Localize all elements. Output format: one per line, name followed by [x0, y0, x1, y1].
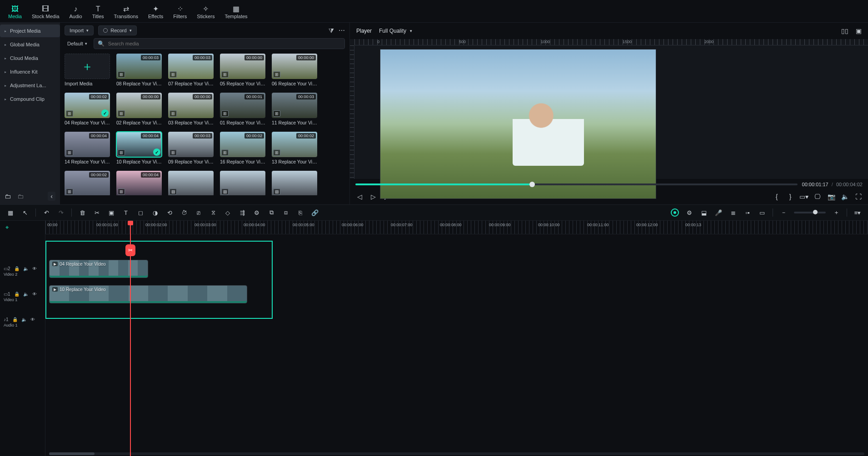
aspect-dropdown-icon[interactable]: ▭▾ [800, 193, 808, 201]
dual-view-icon[interactable]: ▯▯ [841, 27, 848, 35]
redo-icon[interactable]: ↷ [57, 208, 65, 217]
lock-icon[interactable]: 🔒 [14, 266, 20, 271]
overlap-icon[interactable]: ⧈ [282, 208, 290, 217]
volume-icon[interactable]: 🔈 [841, 193, 849, 201]
cut-icon[interactable]: ✂ [93, 208, 101, 217]
mixer-icon[interactable]: ≣ [729, 208, 737, 217]
media-thumbnail[interactable]: 00:00:00 ⊞ [220, 54, 265, 79]
pointer-tool-icon[interactable]: ↖ [21, 208, 29, 217]
snapshot-icon[interactable]: 📷 [827, 193, 835, 201]
media-item[interactable]: 00:00:03 ⊞ 07 Replace Your Video [168, 54, 214, 86]
zoom-in-icon[interactable]: ＋ [832, 208, 840, 217]
visibility-icon[interactable]: 👁 [32, 266, 37, 271]
media-thumbnail[interactable]: 00:00:04 ⊞ ✓ [116, 132, 162, 157]
quality-dropdown[interactable]: Full Quality ▾ [379, 28, 412, 34]
prev-frame-button[interactable]: ◁ [355, 193, 364, 201]
media-thumbnail[interactable]: 00:00:03 ⊞ [168, 54, 214, 79]
pip-icon[interactable]: ▫▪ [743, 208, 752, 217]
media-thumbnail[interactable]: 00:00:02 ⊞ ✓ [65, 93, 110, 118]
timer-icon[interactable]: ⧖ [209, 208, 217, 217]
preview-canvas[interactable] [380, 49, 656, 199]
filter-icon[interactable]: ⧩ [329, 27, 334, 35]
mute-icon[interactable]: 🔈 [23, 292, 29, 297]
visibility-icon[interactable]: 👁 [30, 317, 35, 322]
tab-templates[interactable]: ▦ Templates [224, 5, 247, 19]
media-item[interactable]: ▨ 02 Replace Your Photo [220, 171, 265, 195]
render-status-icon[interactable] [671, 208, 679, 217]
split-scissors-icon[interactable]: ✂ [125, 244, 135, 256]
media-item[interactable]: 00:00:00 ⊞ 05 Replace Your Video [220, 54, 265, 86]
track-row-audio1[interactable] [45, 312, 868, 332]
speed-icon[interactable]: ⏱ [180, 208, 188, 217]
gear2-icon[interactable]: ⚙ [685, 208, 693, 217]
media-item[interactable]: 00:00:04 ⊞ ✓ 10 Replace Your Video [116, 132, 162, 164]
group-icon[interactable]: ⧉ [267, 208, 275, 217]
marker-icon[interactable]: ⬓ [700, 208, 708, 217]
mute-icon[interactable]: 🔈 [21, 317, 27, 322]
media-item[interactable]: 00:00:02 ⊞ 12 Replace Your Video [65, 171, 110, 195]
link-icon[interactable]: 🔗 [311, 208, 319, 217]
media-thumbnail[interactable]: 00:00:01 ⊞ [220, 93, 265, 118]
select-tool-icon[interactable]: ▦ [6, 208, 15, 217]
tab-audio[interactable]: ♪ Audio [70, 5, 82, 19]
tab-transitions[interactable]: ⇄ Transitions [114, 5, 138, 19]
timeline-clip[interactable]: ▶ 04 Replace Your Video [49, 260, 148, 278]
search-media-box[interactable]: 🔍 [94, 38, 345, 49]
media-thumbnail[interactable]: 00:00:03 ⊞ [168, 132, 214, 157]
media-thumbnail[interactable]: 00:00:02 ⊞ [272, 132, 317, 157]
media-thumbnail[interactable]: ▨ [220, 171, 265, 195]
tab-titles[interactable]: T Titles [92, 5, 104, 19]
next-frame-button[interactable]: ▷ [369, 193, 377, 201]
tab-stickers[interactable]: ✧ Stickers [197, 5, 215, 19]
crop-icon[interactable]: ▣ [107, 208, 115, 217]
media-item[interactable]: 00:00:00 ⊞ 03 Replace Your Video [168, 93, 214, 125]
media-item[interactable]: ▨ 03 Replace Your Photo [272, 171, 317, 195]
fullscreen-icon[interactable]: ⛶ [854, 193, 863, 201]
lock-icon[interactable]: 🔒 [14, 292, 20, 297]
media-thumbnail[interactable]: ▨ [168, 171, 214, 195]
sidebar-item-global-media[interactable]: ▸ Global Media [0, 38, 60, 51]
lock-icon[interactable]: 🔒 [12, 317, 18, 322]
delete-icon[interactable]: 🗑 [78, 208, 86, 217]
media-item[interactable]: 00:00:02 ⊞ 16 Replace Your Video [220, 132, 265, 164]
timeline-h-scrollbar[interactable] [49, 452, 864, 455]
tab-filters[interactable]: ⁘ Filters [173, 5, 187, 19]
player-stage[interactable]: 0500100015002000 [350, 39, 868, 179]
media-thumbnail[interactable]: 00:00:00 ⊞ [168, 93, 214, 118]
media-thumbnail[interactable]: 00:00:00 ⊞ [116, 93, 162, 118]
track-header-video1[interactable]: ▭1 🔒 🔈 👁 Video 1 [0, 286, 45, 307]
media-item[interactable]: 00:00:03 ⊞ 08 Replace Your Video [116, 54, 162, 86]
tab-stock-media[interactable]: 🎞 Stock Media [32, 5, 60, 19]
timeline-clip[interactable]: ▶ 10 Replace Your Video [49, 285, 247, 303]
media-item[interactable]: 00:00:01 ⊞ 01 Replace Your Video [220, 93, 265, 125]
export-clip-icon[interactable]: ⎘ [296, 208, 304, 217]
track-header-audio1[interactable]: ♪1 🔒 🔈 👁 Audio 1 [0, 312, 45, 332]
media-item[interactable]: 00:00:02 ⊞ 13 Replace Your Video [272, 132, 317, 164]
keyframe-icon[interactable]: ◇ [224, 208, 232, 217]
track-header-video2[interactable]: ▭2 🔒 🔈 👁 Video 2 [0, 261, 45, 282]
sidebar-item-compound-clip[interactable]: ▸ Compound Clip [0, 93, 60, 105]
sidebar-item-influence-kit[interactable]: ▸ Influence Kit [0, 65, 60, 78]
zoom-handle[interactable] [813, 210, 818, 214]
adjust-icon[interactable]: ⚙ [253, 208, 261, 217]
import-media-button[interactable]: ＋ [65, 54, 110, 79]
media-thumbnail[interactable]: 00:00:00 ⊞ [272, 54, 317, 79]
mic-icon[interactable]: 🎤 [714, 208, 723, 217]
collapse-sidebar-icon[interactable]: ‹ [48, 192, 55, 201]
mark-in-icon[interactable]: { [773, 193, 781, 201]
track-icon[interactable]: ⇶ [238, 208, 246, 217]
media-item[interactable]: 00:00:00 ⊞ 02 Replace Your Video [116, 93, 162, 125]
sidebar-item-project-media[interactable]: ▸ Project Media [0, 25, 60, 37]
media-thumbnail[interactable]: 00:00:04 ⊞ [116, 171, 162, 195]
scrollbar-thumb[interactable] [49, 452, 95, 455]
timeline-body[interactable]: 00:0000:00:01:0000:00:02:0000:00:03:0000… [45, 221, 868, 456]
search-input[interactable] [108, 41, 341, 46]
timeline-ruler[interactable]: 00:0000:00:01:0000:00:02:0000:00:03:0000… [45, 221, 868, 234]
sidebar-item-cloud-media[interactable]: ▸ Cloud Media [0, 52, 60, 64]
magnet-icon[interactable]: ⌖ [3, 223, 11, 232]
media-item[interactable]: 00:00:02 ⊞ ✓ 04 Replace Your Video [65, 93, 110, 125]
media-item[interactable]: 00:00:04 ⊞ 15 Replace Your Video [116, 171, 162, 195]
scrub-handle[interactable] [529, 182, 535, 187]
list-view-icon[interactable]: ≡▾ [853, 208, 862, 217]
single-view-icon[interactable]: ▣ [856, 27, 862, 35]
